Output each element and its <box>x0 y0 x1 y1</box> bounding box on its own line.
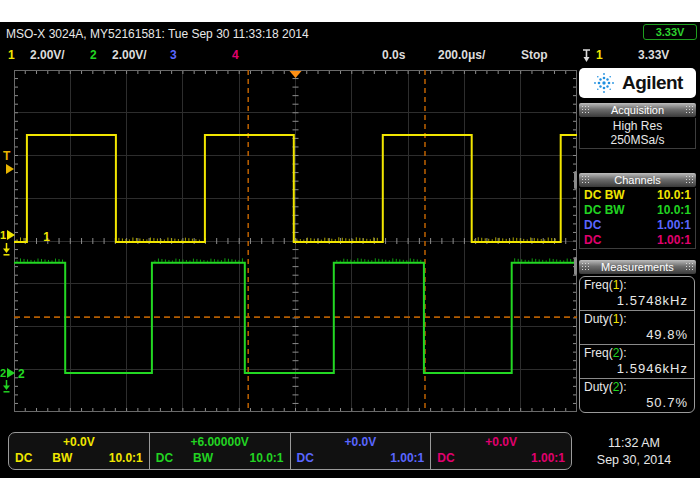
ch3-offset: +0.0V <box>297 434 425 450</box>
brand-name: Agilent <box>622 72 683 94</box>
ch1-probe-ratio: 10.0:1 <box>109 450 143 466</box>
channels-header-label: Channels <box>592 173 683 187</box>
measurement-label: Freq(1): <box>584 278 690 293</box>
ch1-bw-limit: BW <box>52 450 72 466</box>
ch3-coupling: DC <box>297 450 314 466</box>
ch4-probe-ratio: 1.00:1 <box>531 450 565 466</box>
screenshot-page: MSO-X 3024A, MY52161581: Tue Sep 30 11:3… <box>0 0 700 500</box>
trigger-level-label: T <box>3 149 10 163</box>
device-title: MSO-X 3024A, MY52161581: Tue Sep 30 11:3… <box>6 27 309 41</box>
measurement-value: 1.5748kHz <box>584 293 690 308</box>
clock: 11:32 AM Sep 30, 2014 <box>588 435 680 469</box>
channels-info: DC BW 10.0:1 DC BW 10.0:1 DC 1.00:1 DC 1… <box>579 188 696 249</box>
dvm-readout: 3.33V <box>643 24 697 40</box>
trigger-edge-icon[interactable] <box>581 49 592 66</box>
trigger-level-arrow-icon <box>6 164 14 174</box>
ch1-probe-ratio: 10.0:1 <box>657 188 691 203</box>
acquisition-info[interactable]: High Res 250MSa/s <box>579 118 696 149</box>
drag-dots-icon <box>581 175 590 185</box>
ch2-bw-limit: BW <box>193 450 213 466</box>
ch4-settings-box[interactable]: +0.0V DC 1.00:1 <box>431 433 571 469</box>
ch1-offset: +0.0V <box>15 434 143 450</box>
ch4-offset: +0.0V <box>437 434 565 450</box>
brand-logo: Agilent <box>579 68 696 98</box>
horizontal-delay[interactable]: 0.0s <box>382 48 405 62</box>
drag-dots-icon <box>581 262 590 272</box>
drag-dots-icon <box>685 262 694 272</box>
ch1-scale[interactable]: 2.00V/ <box>30 48 65 62</box>
ch3-coupling: DC <box>584 218 601 233</box>
ch4-coupling: DC <box>437 450 454 466</box>
channels-header[interactable]: Channels <box>579 173 696 187</box>
waveform-plot[interactable]: 12 <box>14 70 577 412</box>
ch2-offset-arrow-icon <box>2 379 11 397</box>
acquisition-mode: High Res <box>580 119 695 133</box>
date: Sep 30, 2014 <box>588 452 680 469</box>
ch3-number[interactable]: 3 <box>170 48 177 62</box>
trigger-source[interactable]: 1 <box>596 48 603 62</box>
drag-dots-icon <box>685 105 694 115</box>
ch2-scale[interactable]: 2.00V/ <box>112 48 147 62</box>
measurement-label: Duty(2): <box>584 380 690 395</box>
measurement-row: Duty(2): 50.7% <box>580 379 694 412</box>
ch1-ground-arrow-icon <box>7 230 15 240</box>
panel-grip-handle[interactable] <box>574 171 577 189</box>
ch1-settings-box[interactable]: +0.0V DC BW 10.0:1 <box>9 433 150 469</box>
ch1-inline-label: 1 <box>43 230 50 244</box>
ch2-coupling: DC <box>156 450 173 466</box>
timebase-scale[interactable]: 200.0μs/ <box>438 48 485 62</box>
title-bar: MSO-X 3024A, MY52161581: Tue Sep 30 11:3… <box>0 24 700 42</box>
sample-rate: 250MSa/s <box>580 133 695 147</box>
measurement-label: Duty(1): <box>584 312 690 327</box>
ch2-offset: +6.00000V <box>156 434 284 450</box>
measurement-row: Freq(2): 1.5946kHz <box>580 345 694 379</box>
agilent-spark-icon <box>592 71 616 95</box>
ch1-coupling: DC BW <box>584 188 625 203</box>
ch4-coupling-row[interactable]: DC 1.00:1 <box>580 233 695 248</box>
ch2-probe-ratio: 10.0:1 <box>249 450 283 466</box>
ch3-coupling-row[interactable]: DC 1.00:1 <box>580 218 695 233</box>
acquisition-header-label: Acquisition <box>592 103 683 117</box>
status-bar: 1 2.00V/ 2 2.00V/ 3 4 0.0s 200.0μs/ Stop… <box>0 48 700 65</box>
channel-settings-bar: +0.0V DC BW 10.0:1 +6.00000V DC BW 10.0:… <box>8 432 572 470</box>
ch2-number[interactable]: 2 <box>90 48 97 62</box>
trigger-level[interactable]: 3.33V <box>638 48 669 62</box>
measurement-row: Duty(1): 49.8% <box>580 311 694 345</box>
drag-dots-icon <box>685 175 694 185</box>
oscilloscope-screen: MSO-X 3024A, MY52161581: Tue Sep 30 11:3… <box>0 22 700 478</box>
measurements-panel: Freq(1): 1.5748kHz Duty(1): 49.8% Freq(2… <box>579 276 695 413</box>
ch1-offset-arrow-icon <box>2 242 11 260</box>
ch2-settings-box[interactable]: +6.00000V DC BW 10.0:1 <box>150 433 291 469</box>
ch2-inline-label: 2 <box>18 367 25 381</box>
trigger-level-marker[interactable]: T <box>3 150 10 162</box>
acquisition-header[interactable]: Acquisition <box>579 103 696 117</box>
ch2-ground-marker[interactable]: 2 <box>0 367 15 379</box>
measurement-value: 1.5946kHz <box>584 361 690 376</box>
measurements-header-label: Measurements <box>592 260 683 274</box>
ch1-coupling: DC <box>15 450 32 466</box>
ch4-coupling: DC <box>584 233 601 248</box>
time: 11:32 AM <box>588 435 680 452</box>
run-state[interactable]: Stop <box>521 48 548 62</box>
ch4-probe-ratio: 1.00:1 <box>657 233 691 248</box>
ch1-number[interactable]: 1 <box>8 48 15 62</box>
ch2-coupling: DC BW <box>584 203 625 218</box>
ch1-ground-marker[interactable]: 1 <box>0 229 15 241</box>
measurements-header[interactable]: Measurements <box>579 260 696 274</box>
measurement-label: Freq(2): <box>584 346 690 361</box>
ch3-probe-ratio: 1.00:1 <box>657 218 691 233</box>
ch2-probe-ratio: 10.0:1 <box>657 203 691 218</box>
ch1-coupling-row[interactable]: DC BW 10.0:1 <box>580 188 695 203</box>
ch2-ground-label: 2 <box>0 367 6 379</box>
drag-dots-icon <box>581 105 590 115</box>
ch2-coupling-row[interactable]: DC BW 10.0:1 <box>580 203 695 218</box>
ch2-ground-arrow-icon <box>7 368 15 378</box>
side-panel: Agilent Acquisition High Res 250MSa/s Ch… <box>578 66 698 420</box>
measurement-value: 50.7% <box>584 395 690 410</box>
ch1-ground-label: 1 <box>0 229 6 241</box>
ch3-probe-ratio: 1.00:1 <box>390 450 424 466</box>
ch3-settings-box[interactable]: +0.0V DC 1.00:1 <box>291 433 432 469</box>
ch4-number[interactable]: 4 <box>232 48 239 62</box>
panel-grip-handle[interactable] <box>574 257 577 275</box>
measurement-row: Freq(1): 1.5748kHz <box>580 277 694 311</box>
